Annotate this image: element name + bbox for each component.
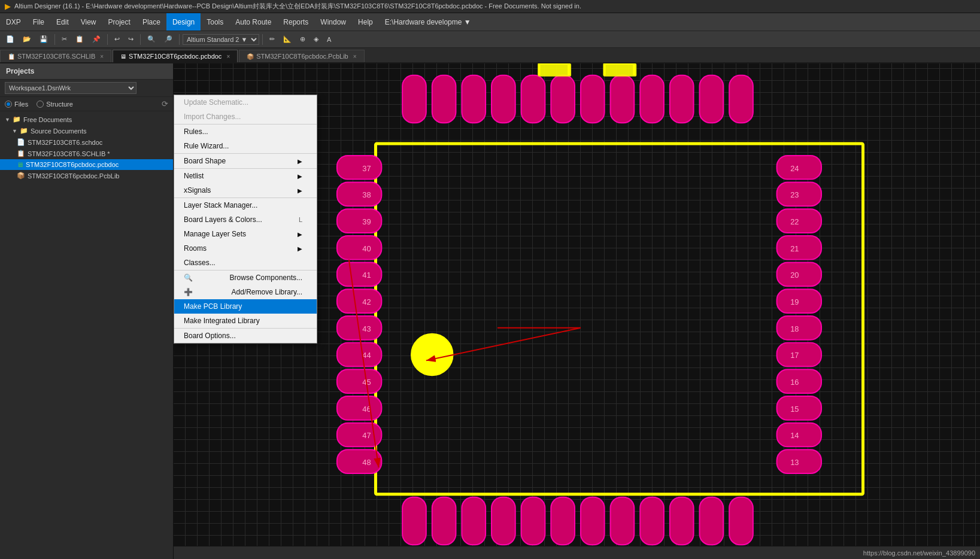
menu-board-shape[interactable]: Board Shape ▶ [174,154,317,168]
xsignals-arrow: ▶ [298,187,302,194]
menu-item-place[interactable]: Place [136,13,166,31]
toolbar-save[interactable]: 💾 [36,34,51,44]
menu-item-help[interactable]: Help [352,13,379,31]
rooms-label: Rooms [184,244,207,253]
tree-folder-source-docs[interactable]: ▼ 📁 Source Documents [0,125,173,136]
toolbar-zoom-out[interactable]: 🔎 [160,34,176,44]
svg-rect-71 [640,497,664,545]
tab-label: STM32F10C8T6pcbdoc.pcbdoc [129,53,222,60]
menu-item-autoroute[interactable]: Auto Route [229,13,277,31]
toolbar-redo[interactable]: ↪ [125,34,137,44]
toolbar-open[interactable]: 📂 [19,34,35,44]
toolbar-new[interactable]: 📄 [2,34,18,44]
tree-item-pcblib[interactable]: 📦 STM32F10C8T6pcbdoc.PcbLib [0,170,173,181]
folder-icon-free-docs: 📁 [13,116,21,123]
toolbar-abc[interactable]: A [323,35,335,44]
menu-rooms[interactable]: Rooms ▶ [174,241,317,256]
tree-item-schdoc[interactable]: 📄 STM32F103C8T6.schdoc [0,136,173,148]
menu-manage-layer-sets[interactable]: Manage Layer Sets ▶ [174,227,317,241]
radio-files-circle [5,101,12,108]
radio-files[interactable]: Files [5,101,28,108]
radio-structure[interactable]: Structure [37,101,73,108]
svg-rect-49 [777,289,821,313]
tab-close[interactable]: × [353,53,357,60]
svg-rect-17 [337,183,381,206]
toolbar-sep-5 [262,34,263,45]
toolbar-place[interactable]: ⊕ [296,34,309,44]
svg-rect-51 [777,316,821,340]
menu-item-edit[interactable]: Edit [50,13,75,31]
tab-stm32f10c8t6pcbdoc-pcblib[interactable]: 📦STM32F10C8T6pcbdoc.PcbLib× [239,50,364,62]
addlib-check: ➕ [184,288,193,296]
tab-close[interactable]: × [100,53,104,60]
svg-rect-61 [777,449,821,473]
tab-stm32f10c8t6pcbdoc-pcbdoc[interactable]: 🖥STM32F10C8T6pcbdoc.pcbdoc× [113,50,238,62]
workspace-select[interactable]: Workspace1.DsnWrk [5,82,136,94]
menu-rules[interactable]: Rules... [174,124,317,139]
tree-folder-free-docs[interactable]: ▼ 📁 Free Documents [0,114,173,125]
menu-import-changes[interactable]: Import Changes... [174,110,317,124]
menu-item-window[interactable]: Window [314,13,352,31]
layer-stack-label: Layer Stack Manager... [184,201,257,209]
schdoc-label: STM32F103C8T6.schdoc [28,139,102,146]
tree-item-pcbdoc[interactable]: 🖥 STM32F10C8T6pcbdoc.pcbdoc [0,159,173,170]
toolbar-3d[interactable]: ◈ [310,34,322,44]
menu-item-project[interactable]: Project [102,13,136,31]
toolbar-cut[interactable]: ✂ [58,34,71,44]
svg-rect-9 [670,75,694,123]
svg-rect-68 [551,497,575,545]
menu-item-view[interactable]: View [75,13,102,31]
menu-make-pcb-library[interactable]: Make PCB Library [174,299,317,314]
menu-board-layers[interactable]: Board Layers & Colors... L [174,212,317,227]
menu-item-design[interactable]: Design [166,13,201,31]
svg-text:23: 23 [790,190,799,199]
menu-rule-wizard[interactable]: Rule Wizard... [174,139,317,153]
toolbar-route[interactable]: 📐 [280,34,295,44]
toolbar-zoom-in[interactable]: 🔍 [144,34,159,44]
menu-update-schematic[interactable]: Update Schematic... [174,95,317,110]
svg-text:47: 47 [362,431,371,440]
menu-layer-stack[interactable]: Layer Stack Manager... [174,198,317,212]
bottom-pads [402,497,753,545]
menu-item-file[interactable]: File [27,13,50,31]
toolbar-sep-4 [179,34,180,45]
menu-xsignals[interactable]: xSignals ▶ [174,183,317,198]
toolbar-paste[interactable]: 📌 [89,34,104,44]
title-text: Altium Designer (16.1) - E:\Hardware dev… [14,2,581,11]
menu-item-dxp[interactable]: DXP [0,13,27,31]
svg-rect-53 [777,343,821,367]
schlib-label: STM32F103C8T6.SCHLIB * [28,150,110,157]
tab-close[interactable]: × [226,53,230,60]
menu-item-tools[interactable]: Tools [201,13,229,31]
svg-rect-63 [402,497,426,545]
radio-files-label: Files [14,101,28,108]
svg-rect-39 [777,156,821,180]
svg-rect-21 [337,236,381,260]
rule-wizard-label: Rule Wizard... [184,142,229,150]
tab-stm32f103c8t6-schlib[interactable]: 📋STM32F103C8T6.SCHLIB× [0,50,111,62]
menu-item-path[interactable]: E:\Hardware developme ▼ [379,13,477,31]
add-remove-library-label: Add/Remove Library... [232,288,303,296]
svg-rect-70 [611,497,635,545]
refresh-button[interactable]: ⟳ [162,99,168,108]
menu-netlist[interactable]: Netlist ▶ [174,169,317,183]
status-url: https://blog.csdn.net/weixin_43899090 [863,549,975,557]
tree-item-schlib[interactable]: 📋 STM32F103C8T6.SCHLIB * [0,148,173,159]
svg-rect-25 [337,289,381,313]
board-options-label: Board Options... [184,332,236,340]
menu-make-integrated-library[interactable]: Make Integrated Library [174,314,317,328]
toolbar-undo[interactable]: ↩ [111,34,123,44]
menu-item-reports[interactable]: Reports [277,13,314,31]
toolbar-edit[interactable]: ✏ [266,34,278,44]
toolbar-copy[interactable]: 📋 [72,34,87,44]
menu-board-options[interactable]: Board Options... [174,329,317,343]
svg-text:21: 21 [790,244,799,253]
standard-select[interactable]: Altium Standard 2 ▼ [183,34,259,45]
menu-classes[interactable]: Classes... [174,256,317,270]
menu-browse-components[interactable]: 🔍 Browse Components... [174,271,317,285]
menu-add-remove-library[interactable]: ➕ Add/Remove Library... [174,285,317,299]
svg-rect-1 [432,75,456,123]
svg-rect-65 [462,497,486,545]
import-changes-label: Import Changes... [184,113,241,121]
pcb-canvas[interactable]: 37 38 39 40 [174,63,980,559]
